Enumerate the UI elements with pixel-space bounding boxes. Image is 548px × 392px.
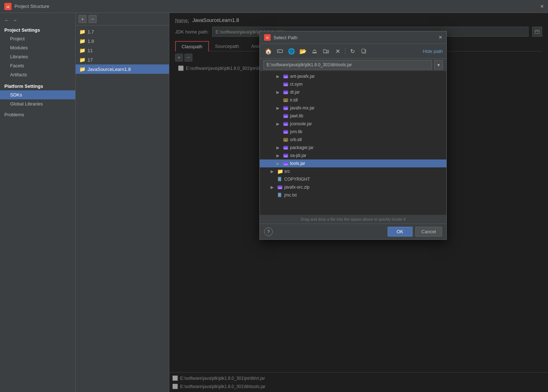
forward-arrow[interactable]: → (12, 17, 17, 23)
tree-item-icon: JAR (283, 113, 289, 119)
sidebar-item-problems[interactable]: Problems (0, 108, 75, 119)
tree-item[interactable]: ▶ JAR dt.jar (260, 88, 446, 96)
tree-toggle-icon[interactable]: ▶ (276, 145, 281, 150)
help-button[interactable]: ? (264, 227, 273, 236)
tree-item-icon (277, 176, 283, 182)
platform-settings-header: Platform Settings (0, 79, 75, 90)
tree-item-label: ant-javafx.jar (290, 74, 315, 79)
toolbar-refresh-button[interactable]: ↻ (347, 46, 357, 56)
tree-toggle-icon[interactable]: ▶ (276, 161, 281, 166)
svg-text:IJ: IJ (6, 5, 9, 9)
svg-rect-39 (284, 146, 288, 147)
svg-rect-25 (284, 107, 288, 108)
toolbar-globe-button[interactable]: 🌐 (286, 46, 297, 56)
tree-toggle-icon[interactable]: ▶ (276, 74, 281, 79)
toolbar-copy-button[interactable] (359, 46, 369, 56)
svg-rect-31 (284, 122, 288, 123)
tree-item-icon: JAR (283, 145, 289, 150)
tree-item[interactable]: ▶ JAR jvm.lib (260, 128, 446, 136)
sdk-folder-icon: 📁 (79, 29, 85, 35)
tree-toggle-icon[interactable]: ▶ (271, 169, 276, 174)
dialog-close-button[interactable]: × (439, 35, 442, 40)
close-button[interactable]: × (540, 3, 544, 10)
dialog-title-text: Select Path (273, 35, 436, 40)
tree-item-icon: JAR (283, 153, 289, 158)
tree-item[interactable]: ▶ JAR sa-jdi.jar (260, 152, 446, 159)
tree-item[interactable]: ▶📁src (260, 167, 446, 175)
tree-toggle-icon[interactable]: ▶ (271, 185, 276, 190)
tree-item[interactable]: ▶ COPYRIGHT (260, 175, 446, 183)
sidebar-item-global-libraries[interactable]: Global Libraries (0, 99, 75, 108)
sdk-list-panel: + − 📁 1.7 📁 1.8 📁 11 📁 17 📁 JavaSour (76, 13, 169, 392)
sdk-item-17b[interactable]: 📁 17 (76, 55, 169, 64)
svg-rect-34 (284, 130, 288, 131)
tree-toggle-icon[interactable]: ▶ (276, 106, 281, 111)
dialog-file-tree: ▶ JAR ant-javafx.jar▶ JAR ct.sym▶ JAR dt… (260, 71, 446, 215)
sdk-add-button[interactable]: + (79, 15, 86, 23)
toolbar-folder-up-button[interactable] (309, 46, 320, 56)
sidebar-item-facets[interactable]: Facets (0, 61, 75, 70)
tree-item[interactable]: ▶ IDL ir.idl (260, 96, 446, 104)
tree-item[interactable]: ▶ IDL orb.idl (260, 136, 446, 144)
sdk-item-18[interactable]: 📁 1.8 (76, 36, 169, 46)
svg-rect-6 (277, 50, 282, 53)
sidebar-item-sdks[interactable]: SDKs (0, 90, 75, 99)
dialog-path-input[interactable] (263, 60, 432, 69)
tree-item-label: orb.idl (290, 137, 302, 142)
tree-item[interactable]: ▶ JAR tools.jar (260, 159, 446, 167)
toolbar-new-folder-button[interactable] (321, 46, 331, 56)
sidebar-item-libraries[interactable]: Libraries (0, 52, 75, 61)
tree-item-label: jmc.txt (284, 193, 297, 198)
svg-rect-7 (279, 51, 279, 51)
tree-item[interactable]: ▶ JAR javafx-mx.jar (260, 104, 446, 112)
svg-rect-51 (278, 186, 282, 187)
sdk-item-label: 1.8 (88, 39, 94, 44)
tree-item-icon: JAR (277, 184, 283, 190)
drag-hint: Drag and drop a file into the space abov… (260, 215, 446, 224)
tree-item[interactable]: ▶ JAR javafx-src.zip (260, 183, 446, 191)
sidebar-item-artifacts[interactable]: Artifacts (0, 70, 75, 79)
toolbar-home-button[interactable]: 🏠 (263, 46, 273, 56)
tree-item[interactable]: ▶ jmc.txt (260, 191, 446, 199)
tree-item-label: packager.jar (290, 145, 313, 150)
svg-text:JAR: JAR (284, 163, 287, 165)
ok-button[interactable]: OK (388, 227, 413, 236)
sidebar-item-modules[interactable]: Modules (0, 43, 75, 52)
toolbar-separator (345, 48, 345, 55)
svg-rect-47 (278, 177, 281, 181)
sdk-item-17[interactable]: 📁 1.7 (76, 27, 169, 36)
svg-text:IJ: IJ (266, 36, 268, 39)
sdk-item-11[interactable]: 📁 11 (76, 46, 169, 55)
tree-toggle-icon[interactable]: ▶ (276, 90, 281, 95)
tree-item[interactable]: ▶ JAR jawt.lib (260, 112, 446, 120)
toolbar-folder-open-button[interactable]: 📂 (298, 46, 308, 56)
toolbar-delete-button[interactable]: ✕ (333, 46, 343, 56)
sdk-item-javasourcelearn[interactable]: 📁 JavaSourceLearn1.8 (76, 64, 169, 74)
tree-item-icon: JAR (283, 121, 289, 127)
tree-item-icon: JAR (283, 73, 289, 79)
back-arrow[interactable]: ← (4, 17, 9, 23)
dialog-footer: ? OK Cancel (260, 224, 446, 239)
svg-rect-8 (312, 52, 317, 53)
window-title: Project Structure (14, 4, 49, 9)
dialog-path-bar: ▾ (260, 59, 446, 71)
tree-item[interactable]: ▶ JAR packager.jar (260, 144, 446, 152)
tree-item[interactable]: ▶ JAR jconsole.jar (260, 120, 446, 128)
tree-toggle-icon[interactable]: ▶ (276, 122, 281, 126)
tree-item-label: dt.jar (290, 90, 300, 95)
sdk-remove-button[interactable]: − (89, 15, 97, 23)
tree-item[interactable]: ▶ JAR ant-javafx.jar (260, 72, 446, 80)
dialog-path-dropdown[interactable]: ▾ (434, 60, 443, 69)
toolbar-hdd-button[interactable] (275, 46, 285, 56)
sdk-item-label: 1.7 (88, 29, 94, 35)
tree-toggle-icon[interactable]: ▶ (276, 153, 281, 158)
sidebar-item-project[interactable]: Project (0, 34, 75, 43)
tree-item-icon: JAR (283, 105, 289, 111)
tree-item[interactable]: ▶ JAR ct.sym (260, 80, 446, 88)
hide-path-link[interactable]: Hide path (423, 49, 443, 54)
svg-rect-20 (284, 91, 288, 92)
svg-text:JAR: JAR (279, 187, 281, 189)
tree-item-label: ct.sym (290, 82, 303, 87)
svg-rect-45 (284, 162, 288, 163)
cancel-button[interactable]: Cancel (415, 227, 442, 236)
